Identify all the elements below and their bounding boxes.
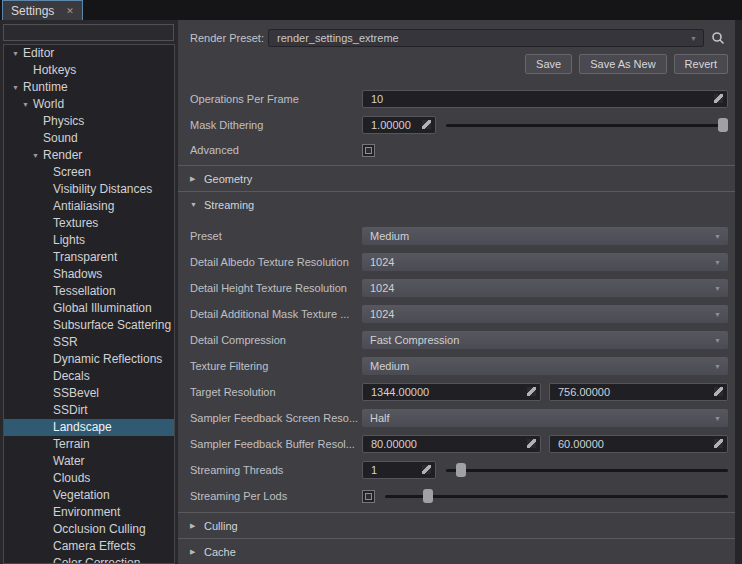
checkbox-inner <box>365 147 372 154</box>
section-geometry[interactable]: ▶Geometry <box>178 165 735 191</box>
detail-compression-dropdown[interactable]: Fast Compression▼ <box>362 331 728 349</box>
target-resolution-input-x-value[interactable] <box>363 386 540 398</box>
drag-scrub-icon[interactable] <box>422 465 431 474</box>
tree-item-environment[interactable]: Environment <box>4 504 174 521</box>
tree-item-label: Screen <box>53 164 91 181</box>
preset-dropdown[interactable]: Medium▼ <box>362 227 728 245</box>
mask-dithering-slider[interactable] <box>446 116 728 134</box>
tree-item-ssbevel[interactable]: SSBevel <box>4 385 174 402</box>
sampler-feedback-screen-reso-dropdown[interactable]: Half▼ <box>362 409 728 427</box>
slider-track[interactable] <box>446 124 728 127</box>
tree-item-hotkeys[interactable]: Hotkeys <box>4 62 174 79</box>
save-button[interactable]: Save <box>525 54 572 74</box>
param-label: Sampler Feedback Screen Reso... <box>190 412 362 424</box>
drag-scrub-icon[interactable] <box>527 387 536 396</box>
tree-item-global-illumination[interactable]: Global Illumination <box>4 300 174 317</box>
chevron-down-icon: ▼ <box>714 285 721 292</box>
operations-per-frame-input-value[interactable] <box>363 93 727 105</box>
streaming-per-lods-checkbox[interactable] <box>362 490 375 503</box>
tree-item-label: Lights <box>53 232 85 249</box>
mask-dithering-input[interactable] <box>362 116 436 134</box>
tree-item-label: SSR <box>53 334 78 351</box>
tree-item-camera-effects[interactable]: Camera Effects <box>4 538 174 555</box>
operations-per-frame-input[interactable] <box>362 90 728 108</box>
section-streaming[interactable]: ▼Streaming <box>178 191 735 217</box>
tree-item-lights[interactable]: Lights <box>4 232 174 249</box>
tree-item-shadows[interactable]: Shadows <box>4 266 174 283</box>
main-panel: Render Preset: render_settings_extreme ▼… <box>178 20 735 564</box>
tree-item-subsurface-scattering[interactable]: Subsurface Scattering <box>4 317 174 334</box>
tree-item-label: Shadows <box>53 266 102 283</box>
tree-item-vegetation[interactable]: Vegetation <box>4 487 174 504</box>
texture-filtering-dropdown[interactable]: Medium▼ <box>362 357 728 375</box>
tree-item-visibility-distances[interactable]: Visibility Distances <box>4 181 174 198</box>
tab-settings[interactable]: Settings ✕ <box>2 0 83 20</box>
save-as-new-button[interactable]: Save As New <box>579 54 666 74</box>
settings-search-input[interactable] <box>3 24 174 41</box>
target-resolution-input-y[interactable] <box>549 383 728 401</box>
tree-item-occlusion-culling[interactable]: Occlusion Culling <box>4 521 174 538</box>
close-icon[interactable]: ✕ <box>66 6 74 16</box>
tree-item-label: World <box>33 96 64 113</box>
detail-albedo-texture-resolution-dropdown[interactable]: 1024▼ <box>362 253 728 271</box>
section-culling[interactable]: ▶Culling <box>178 512 735 538</box>
tree-expander-icon[interactable]: ▼ <box>32 147 43 164</box>
param-row: Detail Albedo Texture Resolution1024▼ <box>178 249 735 275</box>
drag-scrub-icon[interactable] <box>422 120 431 129</box>
advanced-checkbox[interactable] <box>362 144 375 157</box>
detail-height-texture-resolution-dropdown[interactable]: 1024▼ <box>362 279 728 297</box>
tree-expander-icon[interactable]: ▼ <box>12 79 23 96</box>
tree-item-physics[interactable]: Physics <box>4 113 174 130</box>
section-cache[interactable]: ▶Cache <box>178 538 735 564</box>
tree-item-antialiasing[interactable]: Antialiasing <box>4 198 174 215</box>
tree-item-screen[interactable]: Screen <box>4 164 174 181</box>
slider-handle[interactable] <box>423 489 433 503</box>
tree-item-runtime[interactable]: ▼Runtime <box>4 79 174 96</box>
sampler-feedback-buffer-resol-input-x[interactable] <box>362 435 541 453</box>
drag-scrub-icon[interactable] <box>714 94 723 103</box>
target-resolution-input-x[interactable] <box>362 383 541 401</box>
scrollbar-track[interactable] <box>735 20 742 564</box>
tree-item-ssdirt[interactable]: SSDirt <box>4 402 174 419</box>
drag-scrub-icon[interactable] <box>714 439 723 448</box>
target-resolution-input-y-value[interactable] <box>550 386 727 398</box>
param-row: PresetMedium▼ <box>178 223 735 249</box>
tree-item-label: Color Correction <box>53 555 140 564</box>
tree-expander-icon[interactable]: ▼ <box>22 96 33 113</box>
tree-item-decals[interactable]: Decals <box>4 368 174 385</box>
slider-handle[interactable] <box>718 118 728 132</box>
tree-item-textures[interactable]: Textures <box>4 215 174 232</box>
sampler-feedback-buffer-resol-input-x-value[interactable] <box>363 438 540 450</box>
slider-track[interactable] <box>446 469 728 472</box>
tree-item-ssr[interactable]: SSR <box>4 334 174 351</box>
revert-button[interactable]: Revert <box>674 54 728 74</box>
tree-item-label: Clouds <box>53 470 90 487</box>
detail-additional-mask-texture-dropdown[interactable]: 1024▼ <box>362 305 728 323</box>
tree-item-color-correction[interactable]: Color Correction <box>4 555 174 564</box>
tree-item-tessellation[interactable]: Tessellation <box>4 283 174 300</box>
slider-handle[interactable] <box>456 463 466 477</box>
dropdown-value: Medium <box>370 230 714 242</box>
tree-item-clouds[interactable]: Clouds <box>4 470 174 487</box>
sampler-feedback-buffer-resol-input-y-value[interactable] <box>550 438 727 450</box>
tree-item-world[interactable]: ▼World <box>4 96 174 113</box>
param-label: Detail Compression <box>190 334 362 346</box>
slider-track[interactable] <box>385 495 728 498</box>
tree-item-terrain[interactable]: Terrain <box>4 436 174 453</box>
tree-item-landscape[interactable]: Landscape <box>4 419 174 436</box>
render-preset-combobox[interactable]: render_settings_extreme ▼ <box>268 29 704 47</box>
tree-expander-icon[interactable]: ▼ <box>12 45 23 62</box>
tree-item-sound[interactable]: Sound <box>4 130 174 147</box>
streaming-threads-input[interactable] <box>362 461 436 479</box>
tree-item-water[interactable]: Water <box>4 453 174 470</box>
tree-item-dynamic-reflections[interactable]: Dynamic Reflections <box>4 351 174 368</box>
sampler-feedback-buffer-resol-input-y[interactable] <box>549 435 728 453</box>
search-icon[interactable] <box>708 29 728 47</box>
tree-item-editor[interactable]: ▼Editor <box>4 45 174 62</box>
streaming-per-lods-slider[interactable] <box>385 487 728 505</box>
drag-scrub-icon[interactable] <box>527 439 536 448</box>
tree-item-render[interactable]: ▼Render <box>4 147 174 164</box>
streaming-threads-slider[interactable] <box>446 461 728 479</box>
drag-scrub-icon[interactable] <box>714 387 723 396</box>
tree-item-transparent[interactable]: Transparent <box>4 249 174 266</box>
